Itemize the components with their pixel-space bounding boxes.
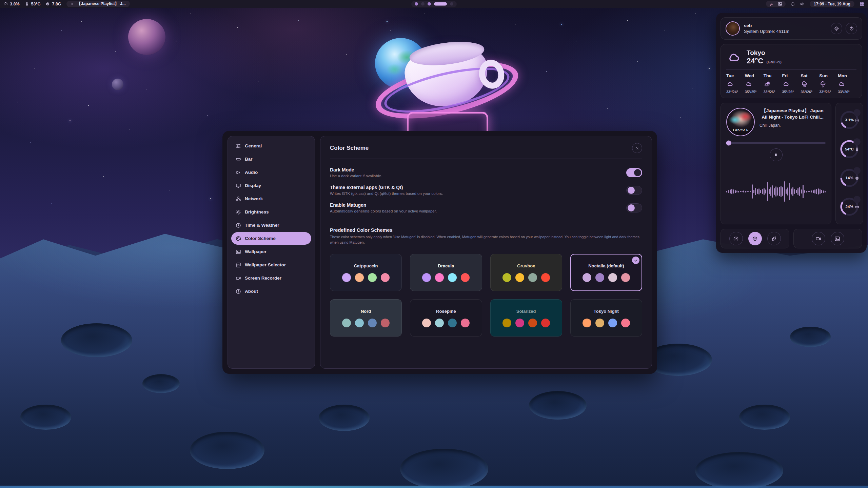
dark-mode-toggle[interactable] [626,168,642,177]
day-label: Wed [745,73,764,78]
sidebar-item-about[interactable]: About [231,285,311,298]
crater [190,432,264,469]
image-icon [236,249,241,255]
speaker-icon [236,170,241,175]
color-swatch [435,319,444,327]
media-and-stats: TOKYO L 【Japanese Playlist】 Japan All Ni… [721,103,862,224]
scheme-card-rosepine[interactable]: Rosepine [410,299,482,337]
user-card: seb System Uptime: 4h11m [721,17,862,40]
toggle-knob [628,204,635,211]
sidebar-item-brightness[interactable]: Brightness [231,206,311,218]
divider [330,159,642,159]
color-swatch [583,319,591,327]
scheme-card-noctalia[interactable]: Noctalia (default) [570,254,642,291]
media-pill-label: 【Japanese Playlist】 J... [77,1,126,7]
sidebar-item-network[interactable]: Network [231,192,311,205]
workspace-dot[interactable] [450,2,453,6]
workspace-dot[interactable] [415,2,418,6]
screen-recorder-button[interactable] [812,232,825,245]
track-title: 【Japanese Playlist】 Japan All Night - To… [760,108,826,121]
memory-indicator[interactable]: 7.8G [45,2,61,6]
sidebar-item-audio[interactable]: Audio [231,166,311,179]
section-title: Predefined Color Schemes [330,227,642,233]
tray-app-icon[interactable] [769,2,774,6]
scheme-card-tokyo-night[interactable]: Tokyo Night [570,299,642,337]
weather-card: Tokyo 24°C (GMT+9) Tue 33°/24° Wed [721,44,862,98]
power-button[interactable] [846,23,857,34]
sidebar-item-color-scheme[interactable]: Color Scheme [231,232,311,245]
forecast-day: Mon 33°/26° [838,73,856,94]
sidebar-item-wallpaper-selector[interactable]: Wallpaper Selector [231,259,311,271]
forecast-day: Sun 33°/26° [819,73,838,94]
cpu-usage-indicator[interactable]: 3.8% [3,2,20,6]
scheme-card-catppuccin[interactable]: Catppuccin [330,254,402,291]
notifications-bell-icon[interactable] [791,2,795,6]
setting-row-theme-external: Theme external apps (GTK & Qt) Writes GT… [330,185,642,196]
tools-group [793,229,862,248]
progress-knob[interactable] [726,140,731,145]
scheme-card-dracula[interactable]: Dracula [410,254,482,291]
scheme-card-gruvbox[interactable]: Gruvbox [490,254,562,291]
media-pill[interactable]: 【Japanese Playlist】 J... [66,1,130,7]
workspace-pill[interactable] [434,2,447,6]
settings-window: General Bar Audio Display Network Bright… [222,131,657,374]
scheme-card-nord[interactable]: Nord [330,299,402,337]
desktop: 3.8% 53°C 7.8G 【Japanese Playlist】 J... [0,0,868,488]
tray-image-icon[interactable] [778,2,782,6]
balanced-mode-button[interactable] [748,232,762,245]
scheme-swatches [422,273,470,282]
scheme-name: Rosepine [436,309,456,314]
cloud-icon [782,81,790,87]
setting-row-dark-mode: Dark Mode Use a dark variant if availabl… [330,167,642,178]
performance-mode-button[interactable] [729,232,743,245]
media-progress-bar[interactable] [726,142,826,144]
setting-description: Automatically generate colors based on y… [330,209,437,213]
track-artist: Chill Japan. [760,123,826,128]
rain-icon [801,81,808,87]
tune-icon [236,143,241,149]
volume-icon[interactable] [800,2,805,6]
clock-pill[interactable]: 17:09 - Tue, 19 Aug [810,1,854,7]
sidebar-item-label: Wallpaper Selector [245,262,286,267]
settings-button[interactable] [831,23,842,34]
sidebar-item-general[interactable]: General [231,140,311,152]
clock-icon [236,223,241,228]
sidebar-item-wallpaper[interactable]: Wallpaper [231,245,311,258]
sidebar-item-label: Screen Recorder [245,276,281,281]
album-art[interactable]: TOKYO L [726,108,755,136]
workspace-indicator[interactable] [411,1,457,7]
weather-temperature: 24°C [747,57,763,65]
sidebar-item-screen-recorder[interactable]: Screen Recorder [231,272,311,284]
power-saver-mode-button[interactable] [767,232,781,245]
crater [61,323,132,357]
temperature-indicator[interactable]: 53°C [25,2,41,6]
theme-external-apps-toggle[interactable] [626,186,642,195]
temperature-value: 53°C [31,2,41,6]
close-button[interactable] [632,143,642,153]
memory-value: 7.8G [52,2,61,6]
pause-button[interactable] [770,148,783,161]
sidebar-item-bar[interactable]: Bar [231,153,311,165]
color-swatch [368,273,377,282]
sidebar-item-display[interactable]: Display [231,179,311,192]
color-swatch [502,319,511,327]
forecast-day: Sat 36°/26° [801,73,819,94]
section-description: These color schemes only apply when 'Use… [330,235,642,245]
workspace-dot[interactable] [428,2,431,6]
sidebar-item-time-weather[interactable]: Time & Weather [231,219,311,231]
sidebar-item-label: Audio [245,170,258,175]
avatar [726,21,740,36]
image-icon [834,236,840,242]
storm-icon [819,81,827,87]
weather-current: Tokyo 24°C (GMT+9) [726,49,856,65]
stat-gauge-memory: 14% [840,168,859,188]
scheme-name: Dracula [438,263,454,268]
app-launcher-icon[interactable] [860,1,865,6]
wallpaper-button[interactable] [831,232,844,245]
setting-title: Theme external apps (GTK & Qt) [330,185,443,190]
enable-matugen-toggle[interactable] [626,203,642,212]
color-swatch [448,319,457,327]
color-swatch [595,319,604,327]
workspace-dot[interactable] [421,2,425,6]
scheme-card-solarized[interactable]: Solarized [490,299,562,337]
